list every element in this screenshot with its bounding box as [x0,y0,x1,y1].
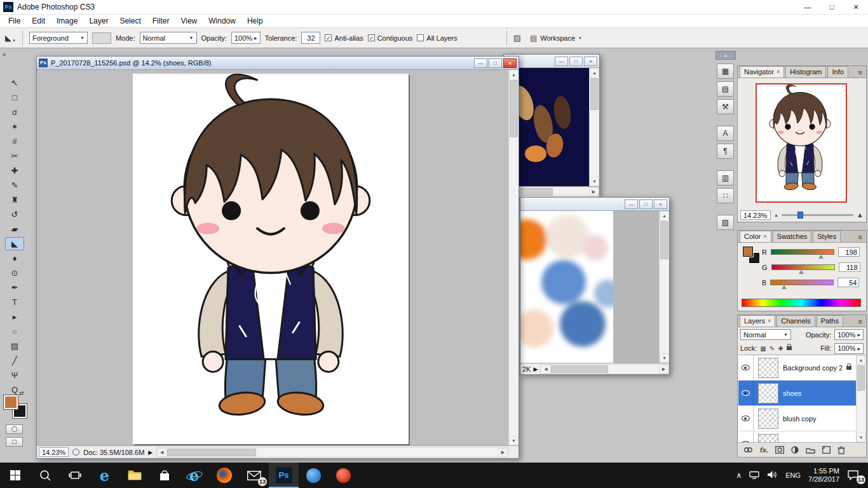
zoom-slider-thumb[interactable] [797,212,803,219]
tool-shape[interactable]: ○ [5,325,24,338]
scroll-left-icon[interactable]: ◀ [157,448,166,457]
search-button[interactable] [30,463,60,488]
scroll-up-icon[interactable]: ▲ [509,70,519,79]
layer-name[interactable]: Background copy 2 [783,364,843,372]
quick-mask-button[interactable]: ◯ [6,424,23,434]
tool-eyedropper[interactable]: ╱ [5,354,24,367]
dock-icon-histogram[interactable]: ∷ [717,188,734,203]
layer-row-blush-copy[interactable]: blush copy [738,406,865,431]
visibility-toggle[interactable] [738,355,754,380]
tab-close-icon[interactable]: × [763,233,766,240]
visibility-toggle[interactable] [738,406,754,431]
scroll-up-icon[interactable]: ▲ [590,68,599,78]
tool-slice[interactable]: ✂ [5,149,24,163]
volume-icon[interactable] [767,470,778,480]
navigator-proxy-view[interactable] [757,85,846,201]
store-icon[interactable] [149,463,179,488]
layer-row-shoes[interactable]: shoes [738,381,865,406]
tray-expand-icon[interactable]: ∧ [736,471,742,480]
layer-opacity-field[interactable]: 100% ▶ [834,329,864,340]
menu-file[interactable]: File [3,15,26,27]
red-slider[interactable] [771,249,834,255]
delete-layer-icon[interactable] [837,446,845,454]
tab-channels[interactable]: Channels [776,315,815,327]
layer-thumbnail[interactable] [758,409,778,429]
layer-name[interactable]: blush copy [783,415,817,423]
scroll-up-icon[interactable]: ▲ [857,355,865,365]
link-layers-icon[interactable] [743,446,753,454]
tab-close-icon[interactable]: × [768,318,771,324]
scrollbar-thumb[interactable] [590,78,599,110]
scrollbar-thumb[interactable] [660,221,668,259]
minimize-button[interactable]: — [796,0,820,15]
vertical-scrollbar[interactable]: ▲ ▼ [659,211,669,363]
lock-all-icon[interactable] [787,346,792,350]
canvas-area[interactable]: ▲ ▼ [520,211,669,363]
red-app-icon[interactable] [329,463,358,488]
tool-path-selection[interactable]: ▸ [5,310,24,323]
navigator-zoom-field[interactable]: 14.23% [740,210,771,220]
blue-slider-thumb[interactable] [782,285,787,289]
menu-filter[interactable]: Filter [147,15,175,27]
dock-icon-layer-comps[interactable]: ▥ [717,170,734,186]
restore-button[interactable]: □ [489,58,502,68]
tab-swatches[interactable]: Swatches [773,231,812,242]
blend-mode-select[interactable]: Normal ▼ [740,329,791,340]
close-button[interactable]: × [503,58,517,68]
layer-row-background-copy-2[interactable]: Background copy 2 [738,355,865,381]
anti-alias-checkbox[interactable]: ✓ [325,34,332,41]
lock-pixels-icon[interactable]: ✎ [770,345,775,352]
tab-styles[interactable]: Styles [813,231,841,242]
red-value-field[interactable]: 198 [838,247,860,257]
tool-pen[interactable]: ✒ [5,281,24,294]
start-button[interactable] [0,463,30,488]
tool-move[interactable]: ↖ [5,76,24,90]
status-menu-icon[interactable]: ▶ [533,366,538,372]
document-window-3[interactable]: — □ × ▲ ▼ [520,197,670,375]
opacity-field[interactable]: 100% ▶ [231,32,261,44]
mail-icon[interactable]: 13 [239,463,269,488]
minimize-button[interactable]: — [474,58,487,68]
vertical-scrollbar[interactable]: ▲ ▼ [508,70,519,445]
horizontal-scrollbar[interactable]: ◀ ▶ [156,447,508,458]
scrollbar-thumb[interactable] [510,80,518,137]
tool-blur[interactable]: ♦ [5,252,24,265]
layer-thumbnail[interactable] [758,383,778,403]
dock-collapse-icon[interactable]: « [715,51,736,60]
tool-eraser[interactable]: ▰ [5,222,24,236]
scroll-down-icon[interactable]: ▼ [590,177,599,186]
tool-healing-brush[interactable]: ✚ [5,164,24,177]
tool-magic-wand[interactable]: ✶ [5,120,24,133]
tool-rectangular-marquee[interactable]: □ [5,91,24,104]
tool-hand[interactable]: Ψ [5,369,24,382]
scroll-down-icon[interactable]: ▼ [509,436,519,445]
pattern-picker[interactable] [92,32,111,44]
layer-thumbnail[interactable] [758,358,778,378]
menu-select[interactable]: Select [114,15,146,27]
scrollbar-thumb[interactable] [857,365,865,391]
document-window-main[interactable]: Ps P_20170728_115256.psd @ 14.2% (shoes,… [36,56,519,459]
maximize-button[interactable]: □ [569,57,583,66]
contiguous-checkbox[interactable]: ✓ [368,34,375,41]
close-button[interactable]: × [654,200,667,209]
toolbox-collapse-icon[interactable]: » [3,51,6,58]
zoom-out-icon[interactable]: ▲ [774,213,778,217]
minimize-button[interactable]: — [555,57,568,66]
menu-layer[interactable]: Layer [83,15,114,27]
screen-mode-button[interactable]: ▢ [6,437,23,447]
canvas-area[interactable]: ▲ ▼ [37,70,519,445]
menu-window[interactable]: Window [203,15,241,27]
swap-colors-icon[interactable]: ⇄ [19,390,24,396]
foreground-color-swatch[interactable] [4,395,18,409]
maximize-button[interactable]: □ [820,0,844,15]
dock-icon-character[interactable]: A [717,126,734,141]
lock-transparency-icon[interactable]: ▦ [760,345,766,352]
layer-style-icon[interactable]: fx. [760,446,768,454]
language-indicator[interactable]: ENG [785,471,801,479]
tab-close-icon[interactable]: × [776,69,780,75]
tool-preset-picker[interactable]: ◣ ▼ [5,33,16,43]
visibility-toggle[interactable] [738,431,754,443]
foreground-color-swatch[interactable] [743,247,753,257]
fill-source-select[interactable]: Foreground ▼ [29,32,88,44]
internet-explorer-icon[interactable]: e [179,463,209,488]
